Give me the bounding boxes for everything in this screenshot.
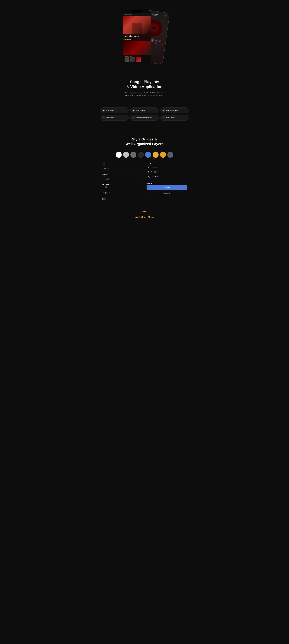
- radio-blue[interactable]: [105, 192, 107, 194]
- swatch-slate: [167, 152, 173, 158]
- album-2: [130, 57, 135, 62]
- secondary-button[interactable]: Secondary: [147, 191, 187, 195]
- check-icon-2: ✓: [162, 109, 165, 112]
- main-description: Improve your productivity with BOOSTY UI…: [124, 92, 165, 99]
- name-label: NAME: [102, 165, 142, 166]
- features-grid: ✓ Easy to Edit ✓ Fully Editable ✓ Easy t…: [100, 108, 189, 120]
- feature-label-0: Easy to Edit: [106, 110, 114, 111]
- buttons-group: Buttons Primary Secondary: [147, 183, 187, 195]
- checkbox-checked[interactable]: ✓: [105, 186, 107, 188]
- typing-text: Text Ente|: [151, 171, 157, 173]
- hero-section: ‹ After Hours The Weeknd ⋮ ⇄ ⏮ ⏸ ⏭ ⇌: [96, 0, 193, 71]
- check-icon-5: ✓: [162, 116, 165, 119]
- phone-front: NOW PLAYING See What's New New Album Sug…: [123, 10, 151, 64]
- primary-button[interactable]: Primary: [147, 185, 187, 190]
- checkboxes-group: checkboxes ✓: [102, 184, 142, 188]
- search-filled-wrapper: 🔍 Text Entered: [147, 175, 187, 179]
- feature-label-2: Easy to Customice: [166, 110, 178, 111]
- radio-unchecked[interactable]: ✓: [102, 192, 104, 194]
- text-section: Songs, Playlists & Video Application Imp…: [96, 71, 193, 105]
- swatch-blue: [145, 152, 151, 158]
- search-icon-filled: 🔍: [148, 176, 150, 178]
- section-title-line1: Style Guides: [132, 137, 154, 141]
- left-components: text box NAME dropdown TYPE Selected ▾ c…: [102, 163, 142, 200]
- section-title-line2: Well Organized Layers: [125, 142, 164, 146]
- dot-3: [147, 211, 148, 212]
- search-bar-title: Search bar: [147, 163, 187, 165]
- filled-text: Text Entered: [151, 176, 158, 178]
- suggested-label: Suggested Albu...: [123, 55, 151, 57]
- phone-front-screen: NOW PLAYING See What's New New Album Sug…: [123, 12, 151, 64]
- more-icon: ⋮: [164, 15, 167, 18]
- dropdown-title: dropdown: [102, 174, 142, 175]
- check-icon-4: ✓: [132, 116, 135, 119]
- bottom-section: And Much More: [96, 206, 193, 227]
- title-ampersand: &: [127, 84, 130, 89]
- and-much-more: And Much More: [100, 216, 189, 219]
- search-typing[interactable]: Text Ente|: [147, 170, 187, 174]
- feature-label-1: Fully Editable: [136, 110, 145, 111]
- title-line1: Songs, Playlists: [130, 80, 159, 84]
- buttons-title: Buttons: [147, 183, 187, 184]
- placeholder-text: Enter text...: [151, 166, 158, 168]
- dots-row: [100, 211, 189, 212]
- checkboxes-title: checkboxes: [102, 184, 142, 185]
- radio-row: ✓: [102, 192, 142, 194]
- switch-knob: [102, 198, 104, 200]
- section-title-ampersand: &: [154, 137, 157, 141]
- feature-badge-1: ✓ Fully Editable: [130, 108, 159, 113]
- check-label: check: [102, 190, 142, 192]
- type-label: TYPE: [102, 176, 142, 177]
- feature-badge-5: ✓ Style Guides: [160, 115, 189, 120]
- hero-image: [123, 16, 151, 34]
- phone-notch: [132, 10, 142, 12]
- dot-1: [141, 211, 142, 212]
- search-bar-group: Search bar 🔍 Enter text... 🔍 Text Ente|: [147, 163, 187, 180]
- repeat-btn[interactable]: ⇌: [158, 40, 161, 42]
- switch-label: switch: [102, 196, 142, 198]
- check-icon-3: ✓: [102, 116, 105, 119]
- switch-group: switch: [102, 196, 142, 200]
- features-section: ✓ Easy to Edit ✓ Fully Editable ✓ Easy t…: [96, 105, 193, 129]
- front-header: NOW PLAYING: [123, 12, 151, 16]
- album-3: [136, 57, 141, 62]
- check-icon-1: ✓: [132, 109, 135, 112]
- dropdown-group: dropdown TYPE Selected ▾: [102, 174, 142, 181]
- radio-partial[interactable]: [108, 192, 110, 194]
- feature-badge-3: ✓ Icons Library: [100, 115, 129, 120]
- dot-active: [143, 211, 146, 212]
- swatch-amber: [160, 152, 166, 158]
- feature-badge-2: ✓ Easy to Customice: [160, 108, 189, 113]
- check-icon-0: ✓: [102, 109, 105, 112]
- search-placeholder-wrapper: 🔍 Enter text...: [147, 165, 187, 169]
- switch-control[interactable]: [102, 198, 106, 200]
- feature-badge-4: ✓ Organized Components: [130, 115, 159, 120]
- feature-label-5: Style Guides: [166, 117, 175, 118]
- search-filled: Text Entered: [147, 175, 187, 179]
- checkbox-unchecked[interactable]: [102, 186, 104, 188]
- textbox-title: text box: [102, 163, 142, 165]
- name-input[interactable]: [102, 167, 142, 171]
- swatch-orange: [153, 152, 159, 158]
- swatch-light-gray: [123, 152, 129, 158]
- checkbox-disabled[interactable]: [108, 186, 110, 188]
- textbox-group: text box NAME: [102, 163, 142, 171]
- swatch-dark-gray: [138, 152, 144, 158]
- artist-image: [123, 41, 151, 55]
- swatch-medium-gray: [130, 152, 136, 158]
- dropdown-selected: Selected: [103, 178, 109, 180]
- search-icon: 🔍: [148, 166, 150, 168]
- chevron-down-icon: ▾: [140, 178, 141, 180]
- color-palette: [100, 152, 189, 158]
- style-components: text box NAME dropdown TYPE Selected ▾ c…: [100, 163, 189, 200]
- front-title: See What's New: [123, 34, 151, 38]
- checkboxes-row: ✓: [102, 186, 142, 188]
- next-btn[interactable]: ⏭: [155, 39, 158, 42]
- dropdown-control[interactable]: Selected ▾: [102, 177, 142, 181]
- suggested-albums: [123, 57, 151, 62]
- search-placeholder: Enter text...: [147, 165, 187, 169]
- title-line2: Video Application: [130, 84, 163, 89]
- search-typing-wrapper: 🔍 Text Ente|: [147, 170, 187, 174]
- feature-label-3: Icons Library: [106, 117, 115, 118]
- main-title: Songs, Playlists & Video Application: [102, 80, 187, 90]
